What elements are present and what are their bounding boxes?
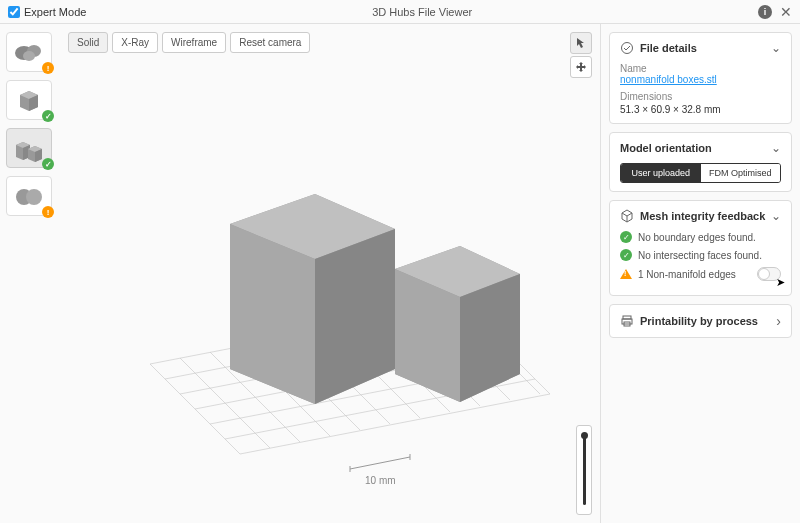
orientation-header[interactable]: Model orientation ⌄ — [620, 141, 781, 155]
filename-link[interactable]: nonmanifold boxes.stl — [620, 74, 717, 85]
app-title: 3D Hubs File Viewer — [372, 6, 472, 18]
mesh-integrity-header[interactable]: Mesh integrity feedback ⌄ — [620, 209, 781, 223]
name-label: Name — [620, 63, 781, 74]
window-header: Expert Mode 3D Hubs File Viewer i ✕ — [0, 0, 800, 24]
orientation-title: Model orientation — [620, 142, 712, 154]
chevron-down-icon: ⌄ — [771, 41, 781, 55]
file-details-panel: File details ⌄ Name nonmanifold boxes.st… — [609, 32, 792, 124]
scale-label: 10 mm — [365, 475, 396, 486]
svg-line-47 — [627, 213, 632, 216]
3d-viewport[interactable]: Solid X-Ray Wireframe Reset camera 10 mm — [60, 24, 600, 523]
svg-marker-38 — [315, 229, 395, 404]
svg-point-2 — [23, 51, 35, 61]
thumbnail-item[interactable]: ✓ — [6, 128, 52, 168]
cursor-icon: ➤ — [776, 276, 785, 289]
printer-icon — [620, 314, 634, 328]
thumbnail-item[interactable]: ! — [6, 176, 52, 216]
mesh-integrity-title: Mesh integrity feedback — [640, 210, 765, 222]
info-icon[interactable]: i — [758, 5, 772, 19]
orientation-segment: User uploaded FDM Optimised — [620, 163, 781, 183]
fdm-optimised-button[interactable]: FDM Optimised — [701, 164, 781, 182]
warning-icon: ! — [42, 62, 54, 74]
mesh-integrity-panel: Mesh integrity feedback ⌄ ✓No boundary e… — [609, 200, 792, 296]
feedback-text: No boundary edges found. — [638, 232, 756, 243]
svg-line-46 — [622, 213, 627, 216]
warning-icon — [620, 269, 632, 279]
thumbnail-item[interactable]: ! — [6, 32, 52, 72]
mesh-icon — [620, 209, 634, 223]
expert-mode-checkbox[interactable] — [8, 6, 20, 18]
file-icon — [620, 41, 634, 55]
model-canvas: 10 mm — [60, 24, 600, 523]
svg-point-13 — [26, 189, 42, 205]
check-icon: ✓ — [42, 158, 54, 170]
chevron-down-icon: ⌄ — [771, 141, 781, 155]
file-details-header[interactable]: File details ⌄ — [620, 41, 781, 55]
check-icon: ✓ — [42, 110, 54, 122]
check-icon: ✓ — [620, 231, 632, 243]
printability-header[interactable]: Printability by process › — [620, 313, 781, 329]
close-icon[interactable]: ✕ — [780, 4, 792, 20]
scale-ruler[interactable] — [576, 425, 592, 515]
svg-point-44 — [622, 43, 633, 54]
dimensions-value: 51.3 × 60.9 × 32.8 mm — [620, 104, 781, 115]
chevron-right-icon: › — [776, 313, 781, 329]
user-uploaded-button[interactable]: User uploaded — [621, 164, 701, 182]
svg-line-18 — [240, 394, 550, 454]
thumbnail-list: ! ✓ ✓ ! — [0, 24, 60, 523]
feedback-text: 1 Non-manifold edges — [638, 269, 736, 280]
svg-line-21 — [150, 364, 240, 454]
feedback-item: ✓No boundary edges found. — [620, 231, 781, 243]
expert-mode-label: Expert Mode — [24, 6, 86, 18]
orientation-panel: Model orientation ⌄ User uploaded FDM Op… — [609, 132, 792, 192]
feedback-text: No intersecting faces found. — [638, 250, 762, 261]
thumbnail-item[interactable]: ✓ — [6, 80, 52, 120]
printability-panel: Printability by process › — [609, 304, 792, 338]
check-icon: ✓ — [620, 249, 632, 261]
svg-line-33 — [350, 457, 410, 469]
warning-icon: ! — [42, 206, 54, 218]
chevron-down-icon: ⌄ — [771, 209, 781, 223]
dimensions-label: Dimensions — [620, 91, 781, 102]
printability-title: Printability by process — [640, 315, 758, 327]
feedback-item: ✓No intersecting faces found. — [620, 249, 781, 261]
file-details-title: File details — [640, 42, 697, 54]
feedback-item: 1 Non-manifold edges ➤ — [620, 267, 781, 281]
sidebar: File details ⌄ Name nonmanifold boxes.st… — [600, 24, 800, 523]
